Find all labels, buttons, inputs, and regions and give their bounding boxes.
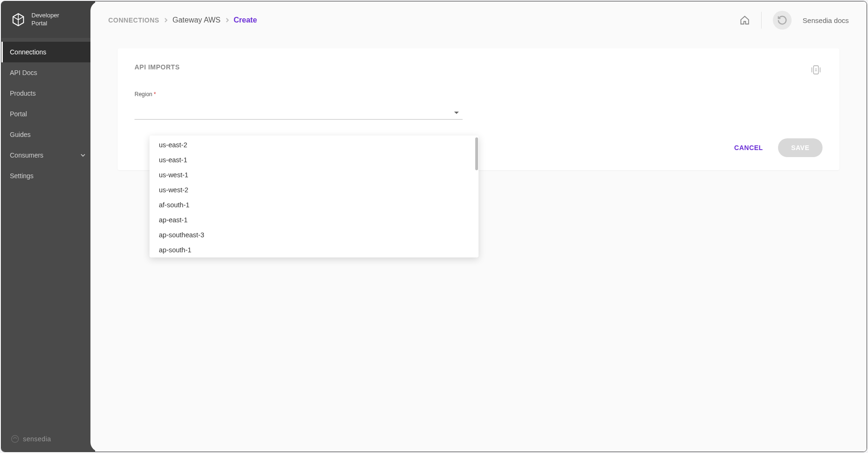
sidebar-item-label: Portal (10, 110, 27, 118)
sidebar-item-label: Connections (10, 48, 46, 56)
sidebar-item-consumers[interactable]: Consumers (1, 145, 95, 166)
home-icon (740, 15, 750, 25)
brand-text: Developer Portal (31, 12, 59, 28)
main-content: CONNECTIONS Gateway AWS Create (90, 1, 867, 452)
save-button[interactable]: SAVE (778, 138, 823, 157)
region-option[interactable]: ap-south-1 (150, 242, 475, 257)
refresh-icon (777, 15, 787, 25)
sidebar-item-label: Products (10, 90, 36, 97)
region-dropdown-list[interactable]: us-east-2 us-east-1 us-west-1 us-west-2 … (150, 136, 475, 257)
chevron-right-icon (225, 17, 229, 23)
dropdown-scrollbar[interactable] (475, 136, 479, 257)
region-select[interactable] (135, 106, 463, 120)
sidebar-item-label: Consumers (10, 151, 44, 159)
region-option[interactable]: us-east-2 (150, 136, 475, 152)
footer-logo-icon (11, 435, 19, 443)
sidebar-item-portal[interactable]: Portal (1, 104, 95, 124)
chevron-right-icon (164, 17, 168, 23)
topbar: CONNECTIONS Gateway AWS Create (90, 1, 867, 39)
region-dropdown-panel: us-east-2 us-east-1 us-west-1 us-west-2 … (150, 136, 479, 257)
region-option[interactable]: us-east-1 (150, 152, 475, 167)
dropdown-arrow-icon (454, 112, 459, 114)
region-option[interactable]: us-west-1 (150, 167, 475, 182)
breadcrumb-mid[interactable]: Gateway AWS (172, 16, 221, 24)
required-indicator: * (154, 91, 156, 98)
breadcrumb: CONNECTIONS Gateway AWS Create (108, 16, 257, 24)
region-label: Region* (135, 91, 156, 98)
sidebar-item-products[interactable]: Products (1, 83, 95, 104)
footer-brand-text: sensedia (23, 435, 51, 443)
breadcrumb-root[interactable]: CONNECTIONS (108, 16, 159, 24)
sidebar-item-connections[interactable]: Connections (1, 42, 95, 62)
dropdown-scrollbar-thumb[interactable] (475, 137, 478, 170)
brand-logo-icon (11, 12, 26, 27)
divider (761, 12, 762, 29)
sidebar-footer: sensedia (1, 426, 95, 452)
card-title: API IMPORTS (135, 63, 180, 71)
svg-point-0 (12, 436, 19, 443)
topbar-right: Sensedia docs (740, 11, 849, 30)
avatar[interactable] (773, 11, 792, 30)
card-header: API IMPORTS (135, 63, 823, 76)
region-option[interactable]: ap-southeast-3 (150, 227, 475, 242)
region-label-text: Region (135, 91, 152, 98)
region-field-group: Region* (135, 90, 463, 120)
chevron-down-icon (79, 151, 87, 159)
user-name[interactable]: Sensedia docs (803, 16, 849, 24)
sidebar-brand[interactable]: Developer Portal (1, 1, 95, 38)
sidebar-item-settings[interactable]: Settings (1, 166, 95, 186)
region-option[interactable]: af-south-1 (150, 197, 475, 212)
breadcrumb-current: Create (234, 16, 257, 24)
svg-rect-1 (814, 66, 819, 74)
sidebar-item-label: API Docs (10, 69, 37, 76)
api-icon (809, 63, 823, 76)
region-option[interactable]: ap-east-1 (150, 212, 475, 227)
cancel-button[interactable]: CANCEL (728, 139, 770, 156)
sidebar: Developer Portal Connections API Docs Pr… (1, 1, 95, 452)
sidebar-nav: Connections API Docs Products Portal Gui… (1, 38, 95, 426)
sidebar-item-api-docs[interactable]: API Docs (1, 62, 95, 83)
sidebar-item-label: Guides (10, 131, 30, 138)
sidebar-item-label: Settings (10, 172, 34, 180)
sidebar-item-guides[interactable]: Guides (1, 124, 95, 145)
region-option[interactable]: us-west-2 (150, 182, 475, 197)
home-button[interactable] (740, 15, 750, 25)
